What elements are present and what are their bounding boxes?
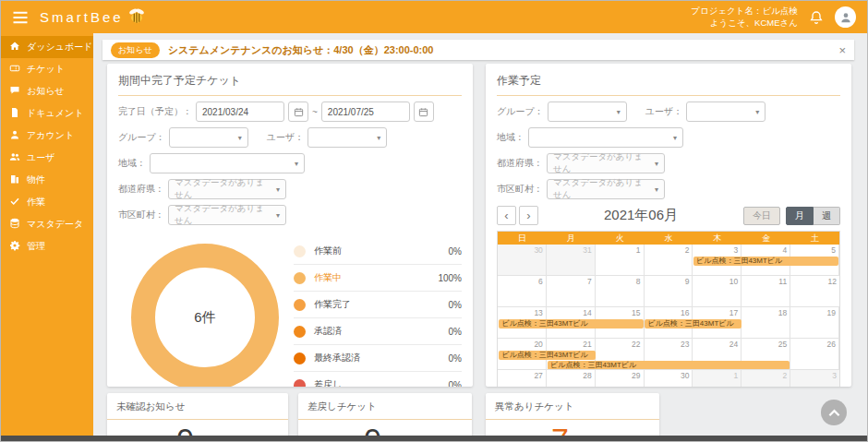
calendar-day-cell[interactable]: 10 xyxy=(693,276,741,306)
calendar-day-cell[interactable]: 12 xyxy=(790,276,839,306)
select-value: マスタデータがありません xyxy=(175,203,271,227)
database-icon xyxy=(9,218,20,231)
select-value: マスタデータがありません xyxy=(553,177,649,201)
calendar-today-button[interactable]: 今日 xyxy=(743,207,780,225)
month-calendar: 日 月 火 水 木 金 土 30 31 1 2 3 4 5 ビル点検：三田43M… xyxy=(497,231,840,387)
calendar-day-cell[interactable]: 1 xyxy=(693,370,741,387)
calendar-event[interactable]: ビル点検：三田43MTビル xyxy=(499,319,644,329)
user-avatar[interactable] xyxy=(835,6,856,28)
calendar-next-button[interactable]: › xyxy=(519,206,538,225)
filter-row-group-user: グループ： ▾ ユーザ： ▾ xyxy=(497,102,840,122)
sidebar-item-admin[interactable]: 管理 xyxy=(1,235,93,257)
calendar-day-cell[interactable]: 11 xyxy=(741,276,790,306)
filter-row-city: 市区町村： マスタデータがありません ▾ xyxy=(497,179,840,199)
calendar-week: 30 31 1 2 3 4 5 ビル点検：三田43MTビル xyxy=(498,245,839,275)
date-to-input[interactable] xyxy=(321,102,410,122)
calendar-month-view-button[interactable]: 月 xyxy=(786,207,814,225)
calendar-day-cell[interactable]: 1 xyxy=(596,245,645,275)
system-notice-bar: お知らせ システムメンテナンスのお知らせ：4/30（金）23:00-0:00 × xyxy=(102,40,854,60)
hamburger-menu-icon[interactable] xyxy=(12,11,29,24)
datepicker-from-button[interactable] xyxy=(288,102,308,122)
calendar-day-cell[interactable]: 9 xyxy=(645,276,693,306)
calendar-day-cell[interactable]: 30 xyxy=(498,245,547,275)
region-label: 地域： xyxy=(497,131,524,144)
calendar-day-cell[interactable]: 18 xyxy=(741,307,790,338)
group-select[interactable]: ▾ xyxy=(169,127,248,148)
legend-value: 0% xyxy=(449,327,462,337)
calendar-day-cell[interactable]: 6 xyxy=(498,276,547,306)
region-select[interactable]: ▾ xyxy=(150,153,305,173)
legend-dot xyxy=(294,326,306,338)
region-label: 地域： xyxy=(118,157,146,170)
notifications-bell-icon[interactable] xyxy=(809,10,824,25)
chevron-down-icon: ▾ xyxy=(673,134,677,142)
date-from-input[interactable] xyxy=(196,102,284,122)
calendar-prev-button[interactable]: ‹ xyxy=(497,206,516,225)
calendar-day-cell[interactable]: 19 xyxy=(790,307,839,338)
weekday-label: 水 xyxy=(645,232,693,245)
prefecture-select[interactable]: マスタデータがありません ▾ xyxy=(168,179,286,199)
calendar-icon xyxy=(418,107,428,117)
home-icon xyxy=(9,41,20,54)
legend-row: 最終承認済 0% xyxy=(294,345,462,372)
legend-row: 作業完了 0% xyxy=(294,292,462,318)
calendar-day-cell[interactable]: 2 xyxy=(645,245,693,275)
calendar-day-cell[interactable]: 29 xyxy=(596,370,645,387)
chevron-down-icon: ▾ xyxy=(295,160,298,168)
city-select[interactable]: マスタデータがありません ▾ xyxy=(168,205,286,225)
region-select[interactable]: ▾ xyxy=(528,127,683,148)
group-select[interactable]: ▾ xyxy=(548,102,627,122)
city-select[interactable]: マスタデータがありません ▾ xyxy=(547,179,665,199)
sidebar-item-announcements[interactable]: お知らせ xyxy=(1,80,93,102)
logo-text: SmartBee xyxy=(40,9,124,25)
scroll-to-top-button[interactable] xyxy=(821,400,847,425)
filter-row-prefecture: 都道府県： マスタデータがありません ▾ xyxy=(497,153,840,173)
window-bottom-edge xyxy=(1,436,867,441)
sidebar-item-tickets[interactable]: チケット xyxy=(1,58,93,80)
calendar-day-cell[interactable]: 28 xyxy=(547,370,596,387)
sidebar-item-label: マスタデータ xyxy=(27,218,83,231)
legend-dot xyxy=(294,352,306,364)
calendar-day-cell[interactable]: 30 xyxy=(645,370,693,387)
panel-title: 作業予定 xyxy=(497,71,840,96)
app-window: SmartBee プロジェクト名：ビル点検 ようこそ、KCMEさん xyxy=(0,0,868,442)
stat-title: 未確認お知らせ xyxy=(107,393,288,420)
user-select[interactable]: ▾ xyxy=(686,102,766,122)
legend-value: 0% xyxy=(449,380,462,388)
legend-row: 作業中 100% xyxy=(294,265,462,292)
sidebar-item-users[interactable]: ユーザ xyxy=(1,147,93,169)
sidebar-item-dashboard[interactable]: ダッシュボード xyxy=(1,36,93,58)
chevron-down-icon: ▾ xyxy=(276,211,280,220)
sidebar-item-documents[interactable]: ドキュメント xyxy=(1,102,93,125)
calendar-day-cell[interactable]: 3 xyxy=(790,370,839,387)
calendar-day-cell[interactable]: 31 xyxy=(547,245,596,275)
sidebar-item-work[interactable]: 作業 xyxy=(1,191,93,213)
calendar-event[interactable]: ビル点検：三田43MTビル xyxy=(645,319,741,329)
datepicker-to-button[interactable] xyxy=(414,102,434,122)
weekday-label: 金 xyxy=(741,232,790,245)
work-schedule-panel: 作業予定 グループ： ▾ ユーザ： ▾ 地域： ▾ xyxy=(486,64,851,387)
user-select[interactable]: ▾ xyxy=(307,127,387,148)
close-icon[interactable]: × xyxy=(838,44,846,56)
filter-row-city: 市区町村： マスタデータがありません ▾ xyxy=(118,205,462,225)
filter-row-region: 地域： ▾ xyxy=(497,127,840,148)
calendar-day-cell[interactable]: 26 xyxy=(790,339,839,369)
legend-dot xyxy=(294,245,306,257)
city-label: 市区町村： xyxy=(497,183,543,196)
prefecture-select[interactable]: マスタデータがありません ▾ xyxy=(547,153,665,173)
weekday-label: 土 xyxy=(790,232,839,245)
calendar-week-view-button[interactable]: 週 xyxy=(814,207,840,225)
notice-text: システムメンテナンスのお知らせ：4/30（金）23:00-0:00 xyxy=(168,43,831,57)
calendar-week: 20 21 22 23 24 25 26 ビル点検：三田43MTビル ビル点検：… xyxy=(498,338,839,369)
calendar-day-cell[interactable]: 27 xyxy=(498,370,547,387)
calendar-event[interactable]: ビル点検：三田43MTビル xyxy=(693,257,838,266)
calendar-day-cell[interactable]: 8 xyxy=(596,276,645,306)
calendar-event[interactable]: ビル点検：三田43MTビル xyxy=(499,351,595,360)
weekday-label: 日 xyxy=(498,232,547,245)
user-label: ユーザ： xyxy=(267,131,304,144)
calendar-day-cell[interactable]: 2 xyxy=(741,370,790,387)
sidebar-item-account[interactable]: アカウント xyxy=(1,125,93,147)
calendar-day-cell[interactable]: 7 xyxy=(547,276,596,306)
sidebar-item-masterdata[interactable]: マスタデータ xyxy=(1,213,93,235)
sidebar-item-properties[interactable]: 物件 xyxy=(1,169,93,191)
